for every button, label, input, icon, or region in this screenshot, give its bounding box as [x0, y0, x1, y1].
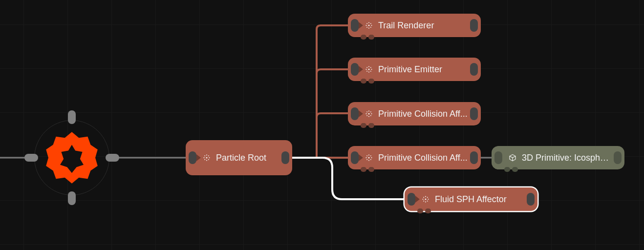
svg-point-22 — [371, 69, 372, 70]
node-primitive-collision-affector-1[interactable]: Primitive Collision Aff... — [348, 102, 481, 125]
svg-point-23 — [366, 67, 367, 68]
svg-point-9 — [368, 24, 369, 26]
svg-point-27 — [368, 113, 369, 114]
hub-port-left[interactable] — [24, 154, 38, 162]
svg-point-40 — [371, 157, 372, 158]
port-out[interactable] — [614, 151, 622, 164]
svg-point-28 — [368, 110, 369, 111]
svg-point-47 — [425, 201, 426, 202]
svg-point-10 — [368, 22, 369, 23]
graph-hub[interactable] — [25, 111, 118, 204]
svg-point-34 — [366, 115, 367, 116]
port-in[interactable] — [189, 151, 196, 164]
node-label: Primitive Collision Aff... — [378, 109, 468, 119]
svg-point-18 — [368, 68, 369, 70]
node-label: Primitive Collision Aff... — [378, 153, 468, 163]
port-in[interactable] — [351, 63, 359, 76]
svg-point-35 — [370, 115, 371, 116]
svg-point-21 — [365, 69, 366, 70]
sub-ports[interactable] — [361, 167, 374, 172]
svg-point-29 — [368, 116, 369, 117]
svg-point-5 — [204, 155, 205, 156]
svg-point-16 — [366, 27, 367, 28]
hub-port-right[interactable] — [106, 154, 119, 162]
svg-point-11 — [368, 27, 369, 28]
cube-outline-icon — [508, 153, 517, 162]
svg-point-15 — [370, 23, 371, 24]
node-label: Particle Root — [216, 153, 279, 163]
svg-point-13 — [371, 25, 372, 26]
svg-point-51 — [427, 197, 428, 198]
svg-point-1 — [206, 154, 207, 155]
wire-root-to-primitive-emitter[interactable] — [317, 69, 348, 158]
port-in[interactable] — [494, 151, 502, 164]
svg-point-36 — [368, 157, 369, 158]
svg-point-8 — [208, 159, 209, 160]
port-in[interactable] — [408, 193, 415, 206]
particle-burst-icon — [365, 21, 373, 30]
node-label: Fluid SPH Affector — [435, 194, 525, 205]
port-out[interactable] — [470, 19, 478, 32]
input-socket-arrow-icon — [196, 154, 201, 161]
port-in[interactable] — [351, 151, 359, 164]
input-socket-arrow-icon — [415, 196, 420, 203]
particle-burst-icon — [421, 195, 430, 204]
svg-point-26 — [370, 71, 371, 72]
svg-point-25 — [366, 71, 367, 72]
input-socket-arrow-icon — [359, 154, 363, 161]
sub-ports[interactable] — [361, 79, 374, 83]
node-label: Primitive Emitter — [378, 64, 468, 75]
node-primitive-emitter[interactable]: Primitive Emitter — [348, 58, 481, 81]
svg-point-49 — [428, 199, 429, 200]
port-in[interactable] — [351, 107, 359, 120]
svg-point-2 — [206, 160, 207, 161]
node-graph-canvas[interactable]: Particle Root Trail Renderer — [0, 0, 644, 250]
svg-point-20 — [368, 71, 369, 72]
svg-point-38 — [368, 160, 369, 161]
wire-root-to-trail-renderer[interactable] — [317, 25, 348, 158]
hub-port-top[interactable] — [68, 110, 76, 124]
particle-burst-icon — [365, 109, 373, 118]
node-label: Trail Renderer — [378, 21, 468, 31]
port-in[interactable] — [351, 19, 359, 32]
sub-ports[interactable] — [504, 167, 518, 172]
node-particle-root[interactable]: Particle Root — [186, 140, 292, 175]
svg-point-19 — [368, 66, 369, 67]
sub-ports[interactable] — [361, 35, 374, 40]
svg-point-32 — [366, 111, 367, 112]
port-out[interactable] — [470, 107, 478, 120]
svg-point-45 — [425, 198, 426, 200]
svg-point-53 — [427, 201, 428, 202]
node-label: 3D Primitive: Icosphere — [522, 153, 612, 163]
wire-root-to-prim-coll-1[interactable] — [317, 113, 348, 158]
gear-burst-icon — [43, 128, 101, 187]
port-out[interactable] — [470, 151, 478, 164]
node-fluid-sph-affector[interactable]: Fluid SPH Affector — [405, 188, 537, 211]
port-out[interactable] — [470, 63, 478, 76]
sub-ports[interactable] — [361, 123, 374, 128]
svg-point-7 — [204, 159, 205, 160]
port-out[interactable] — [527, 193, 535, 206]
input-socket-arrow-icon — [359, 110, 363, 117]
particle-burst-icon — [365, 65, 373, 74]
svg-point-4 — [209, 157, 210, 158]
node-primitive-collision-affector-2[interactable]: Primitive Collision Aff... — [348, 146, 481, 169]
sub-ports[interactable] — [417, 208, 431, 213]
svg-point-17 — [370, 27, 371, 28]
svg-point-39 — [365, 157, 366, 158]
svg-point-0 — [206, 157, 207, 158]
svg-point-41 — [366, 155, 367, 156]
svg-point-6 — [208, 155, 209, 156]
particle-burst-icon — [202, 153, 211, 162]
node-trail-renderer[interactable]: Trail Renderer — [348, 14, 481, 37]
svg-point-14 — [366, 23, 367, 24]
svg-point-48 — [422, 199, 423, 200]
port-out[interactable] — [281, 151, 289, 164]
svg-point-33 — [370, 111, 371, 112]
input-socket-arrow-icon — [359, 66, 363, 73]
hub-port-bottom[interactable] — [68, 191, 76, 205]
node-3d-primitive-icosphere[interactable]: 3D Primitive: Icosphere — [492, 146, 624, 169]
svg-point-52 — [423, 201, 424, 202]
svg-point-42 — [370, 155, 371, 156]
svg-point-50 — [423, 197, 424, 198]
